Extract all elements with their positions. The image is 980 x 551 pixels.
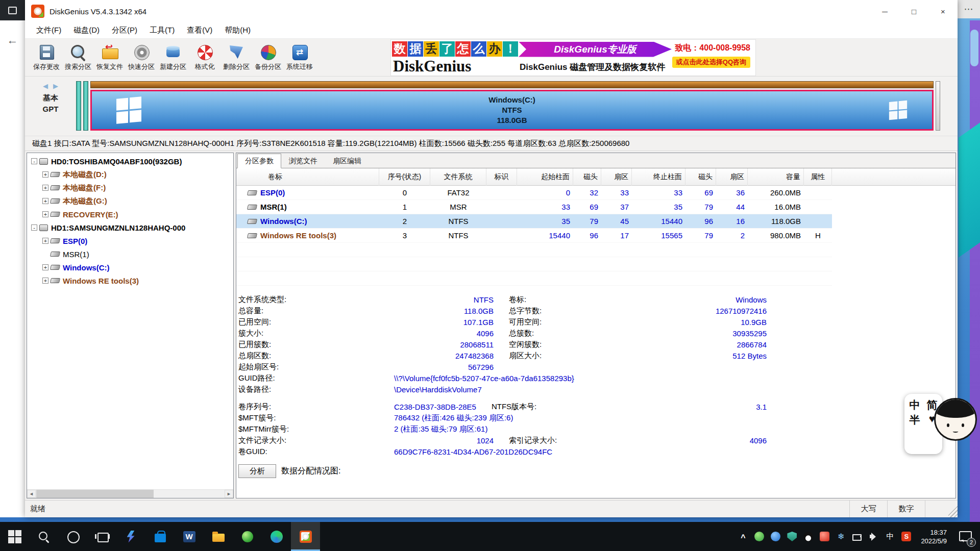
re-tools-partition-block[interactable]: [936, 81, 940, 131]
tray-sogou-icon[interactable]: S: [901, 532, 911, 541]
tree-item-local-disk-d[interactable]: +本地磁盘(D:): [27, 168, 233, 181]
tree-item-esp-0[interactable]: +ESP(0): [27, 234, 233, 247]
tree-item-hd1[interactable]: -HD1:SAMSUNGMZNLN128HAHQ-000: [27, 221, 233, 234]
maximize-button[interactable]: □: [899, 0, 928, 22]
recover-files-button[interactable]: 恢复文件: [94, 40, 125, 75]
start-button[interactable]: [0, 522, 29, 551]
partition-row-windows-c[interactable]: Windows(C:)2NTFS357945154409616118.0GB: [236, 214, 832, 229]
expand-toggle-icon[interactable]: +: [42, 198, 48, 204]
menu-disk[interactable]: 磁盘(D): [67, 23, 106, 37]
file-explorer-taskbar-button[interactable]: [204, 522, 233, 551]
task-view-button[interactable]: [87, 522, 116, 551]
tree-item-hd0[interactable]: -HD0:TOSHIBAMQ04ABF100(932GB): [27, 155, 233, 168]
menu-partition[interactable]: 分区(P): [106, 23, 143, 37]
tree-item-windows-c[interactable]: +Windows(C:): [27, 261, 233, 274]
app-store-taskbar-button[interactable]: [145, 522, 175, 551]
tab-browse-files[interactable]: 浏览文件: [281, 154, 325, 168]
format-button[interactable]: 格式化: [189, 40, 220, 75]
search-partition-button[interactable]: 搜索分区: [63, 40, 93, 75]
edge-taskbar-button[interactable]: [262, 522, 291, 551]
tray-shield-icon[interactable]: [787, 532, 797, 541]
diskgenius-taskbar-button[interactable]: [291, 522, 320, 551]
action-center-button[interactable]: 2: [957, 528, 974, 545]
tray-green-icon[interactable]: [754, 532, 764, 541]
collapse-toggle-icon[interactable]: -: [31, 224, 37, 231]
cell-file-system: MSR: [430, 203, 486, 211]
taskbar-search-button[interactable]: [29, 522, 58, 551]
menu-view[interactable]: 查看(V): [181, 23, 218, 37]
expand-toggle-icon[interactable]: +: [42, 264, 48, 270]
close-button[interactable]: ×: [928, 0, 958, 22]
expand-toggle-icon[interactable]: +: [42, 171, 48, 178]
new-partition-button[interactable]: 新建分区: [158, 40, 188, 75]
partition-row-msr-1[interactable]: MSR(1)1MSR33693735794416.0MB: [236, 200, 832, 214]
ime-icon[interactable]: 中: [885, 532, 895, 541]
tray-red-icon[interactable]: [820, 532, 829, 541]
column-header-start-cylinder[interactable]: 起始柱面: [517, 168, 573, 186]
column-header-end-sector[interactable]: 扇区: [716, 168, 748, 186]
windows-c-partition-block[interactable]: Windows(C:) NTFS 118.0GB: [90, 90, 934, 131]
tray-blue-icon[interactable]: [771, 532, 780, 541]
app-green-taskbar-button[interactable]: [233, 522, 262, 551]
resize-grip[interactable]: [948, 500, 958, 517]
column-header-start-head[interactable]: 磁头: [573, 168, 601, 186]
column-header-capacity[interactable]: 容量: [748, 168, 804, 186]
app-word-taskbar-button[interactable]: W: [175, 522, 204, 551]
banner-qq-link[interactable]: 或点击此处选择QQ咨询: [672, 57, 750, 68]
cartoon-face-widget[interactable]: [934, 398, 978, 448]
more-icon[interactable]: ⋯: [964, 4, 974, 15]
column-header-index-status[interactable]: 序号(状态): [379, 168, 430, 186]
column-header-start-sector[interactable]: 扇区: [601, 168, 632, 186]
msr-partition-block[interactable]: [83, 81, 88, 131]
ad-banner[interactable]: 数据丢了怎么办！ DiskGenius DiskGenius专业版 DiskGe…: [390, 39, 756, 76]
hidden-icons-icon[interactable]: ^: [738, 533, 748, 542]
tree-item-local-disk-f[interactable]: +本地磁盘(F:): [27, 181, 233, 194]
tree-item-recovery-e[interactable]: +RECOVERY(E:): [27, 208, 233, 221]
column-header-attributes[interactable]: 属性: [804, 168, 832, 186]
tree-item-local-disk-g[interactable]: +本地磁盘(G:): [27, 194, 233, 208]
tray-snowflake-icon[interactable]: ❄: [836, 532, 846, 541]
tab-partition-params[interactable]: 分区参数: [237, 154, 281, 168]
tray-qq-icon[interactable]: [803, 532, 813, 541]
column-header-mark[interactable]: 标识: [486, 168, 517, 186]
partition-row-esp-0[interactable]: ESP(0)0FAT3203233336936260.0MB: [236, 186, 832, 200]
esp-partition-block[interactable]: [76, 81, 81, 131]
column-header-end-cylinder[interactable]: 终止柱面: [632, 168, 685, 186]
scroll-right-button[interactable]: ►: [225, 490, 233, 498]
scrollbar-thumb[interactable]: [36, 490, 154, 498]
volume-icon[interactable]: [869, 532, 878, 541]
app-lightning-taskbar-button[interactable]: [116, 522, 145, 551]
save-changes-button[interactable]: 保存更改: [31, 40, 62, 75]
collapse-toggle-icon[interactable]: -: [31, 158, 37, 164]
taskbar-clock[interactable]: 18:37 2022/5/9: [918, 528, 950, 545]
scroll-left-button[interactable]: ◄: [27, 490, 36, 498]
tab-sector-edit[interactable]: 扇区编辑: [325, 154, 369, 168]
column-header-end-head[interactable]: 磁头: [685, 168, 716, 186]
system-migration-button[interactable]: 系统迁移: [284, 40, 315, 75]
tree-item-msr-1[interactable]: MSR(1): [27, 247, 233, 261]
expand-toggle-icon[interactable]: +: [42, 185, 48, 191]
back-button[interactable]: ←: [0, 28, 25, 53]
menu-help[interactable]: 帮助(H): [218, 23, 257, 37]
column-header-volume-label[interactable]: 卷标: [236, 168, 379, 186]
backup-partition-button[interactable]: 备份分区: [253, 40, 283, 75]
expand-toggle-icon[interactable]: +: [42, 278, 48, 284]
quick-partition-button[interactable]: 快速分区: [126, 40, 157, 75]
tree-item-windows-re-tools[interactable]: +Windows RE tools(3): [27, 274, 233, 287]
menu-file[interactable]: 文件(F): [30, 23, 67, 37]
expand-toggle-icon[interactable]: +: [42, 211, 48, 217]
cell-end-cylinder: 33: [632, 188, 685, 197]
delete-partition-button[interactable]: 删除分区: [221, 40, 252, 75]
column-header-file-system[interactable]: 文件系统: [430, 168, 486, 186]
tray-battery-icon[interactable]: [852, 532, 862, 541]
prev-disk-arrow[interactable]: ◀: [43, 82, 48, 90]
menu-tools[interactable]: 工具(T): [143, 23, 181, 37]
expand-toggle-icon[interactable]: +: [42, 238, 48, 244]
scrollbar-track[interactable]: [154, 490, 225, 498]
background-scrollbar[interactable]: [970, 30, 978, 66]
analyze-button[interactable]: 分析: [238, 464, 276, 478]
cortana-button[interactable]: [58, 522, 87, 551]
partition-row-windows-re-tools[interactable]: Windows RE tools(3)3NTFS1544096171556579…: [236, 229, 832, 243]
minimize-button[interactable]: ─: [870, 0, 899, 22]
next-disk-arrow[interactable]: ▶: [53, 82, 58, 90]
